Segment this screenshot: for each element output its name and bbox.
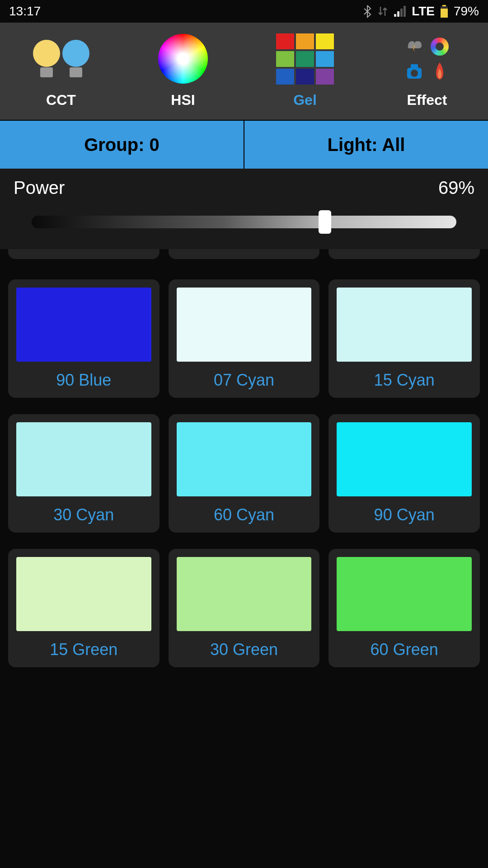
gel-card-partial[interactable]	[169, 249, 320, 259]
tab-effect[interactable]: Effect	[366, 23, 488, 120]
tab-hsi-label: HSI	[171, 92, 195, 108]
gel-card-label: 30 Green	[177, 640, 312, 659]
data-icon	[377, 5, 388, 17]
gel-card-partial[interactable]	[8, 249, 160, 259]
gel-row: 30 Cyan60 Cyan90 Cyan	[8, 414, 480, 533]
tab-effect-label: Effect	[407, 92, 447, 108]
svg-rect-3	[404, 6, 406, 17]
gel-row: 15 Green30 Green60 Green	[8, 549, 480, 667]
power-value: 69%	[438, 178, 474, 198]
status-time: 13:17	[9, 4, 41, 19]
gel-swatch	[177, 422, 312, 496]
gel-swatch	[177, 557, 312, 631]
light-selector-label: Light: All	[328, 135, 405, 155]
svg-point-8	[411, 70, 418, 77]
gel-swatch	[337, 288, 472, 362]
tab-gel[interactable]: Gel	[244, 23, 366, 120]
tab-cct-label: CCT	[46, 92, 76, 108]
svg-rect-9	[411, 64, 418, 69]
gel-card-label: 90 Blue	[16, 371, 151, 390]
signal-icon	[394, 6, 406, 17]
gel-card[interactable]: 30 Cyan	[8, 414, 160, 533]
gel-icon	[276, 34, 334, 84]
gel-card[interactable]: 15 Cyan	[328, 279, 480, 398]
gel-swatch	[16, 288, 151, 362]
status-network: LTE	[412, 4, 435, 19]
status-battery: 79%	[454, 4, 479, 19]
power-section: Power 69%	[0, 169, 488, 249]
gel-swatch	[177, 288, 312, 362]
gel-row-partial	[8, 249, 480, 259]
gel-card-label: 90 Cyan	[337, 505, 472, 524]
tab-hsi[interactable]: HSI	[122, 23, 244, 120]
power-label: Power	[14, 178, 65, 198]
mode-tab-bar: CCT HSI Gel Effect	[0, 23, 488, 120]
selector-row: Group: 0 Light: All	[0, 120, 488, 169]
tab-gel-label: Gel	[293, 92, 317, 108]
gel-card-label: 07 Cyan	[177, 371, 312, 390]
status-bar: 13:17 LTE 79%	[0, 0, 488, 23]
light-selector[interactable]: Light: All	[244, 121, 488, 169]
power-slider[interactable]	[14, 211, 474, 233]
status-right: LTE 79%	[363, 4, 479, 19]
group-selector[interactable]: Group: 0	[0, 121, 244, 169]
gel-scroll-area[interactable]: 90 Blue07 Cyan15 Cyan30 Cyan60 Cyan90 Cy…	[0, 249, 488, 867]
power-slider-thumb[interactable]	[319, 210, 331, 234]
gel-card[interactable]: 60 Green	[328, 549, 480, 667]
gel-swatch	[16, 422, 151, 496]
gel-swatch	[16, 557, 151, 631]
battery-icon	[440, 5, 448, 18]
gel-card[interactable]: 60 Cyan	[169, 414, 320, 533]
gel-card[interactable]: 07 Cyan	[169, 279, 320, 398]
svg-rect-1	[397, 11, 399, 17]
gel-card-partial[interactable]	[328, 249, 480, 259]
gel-card[interactable]: 90 Cyan	[328, 414, 480, 533]
hsi-icon	[158, 34, 208, 84]
cct-icon	[33, 34, 89, 84]
gel-card-label: 60 Green	[337, 640, 472, 659]
gel-card-label: 15 Green	[16, 640, 151, 659]
gel-row: 90 Blue07 Cyan15 Cyan	[8, 279, 480, 398]
gel-card-label: 15 Cyan	[337, 371, 472, 390]
group-selector-label: Group: 0	[84, 135, 160, 155]
gel-swatch	[337, 422, 472, 496]
gel-card-label: 30 Cyan	[16, 505, 151, 524]
bluetooth-icon	[363, 5, 372, 18]
gel-card[interactable]: 30 Green	[169, 549, 320, 667]
gel-swatch	[337, 557, 472, 631]
tab-cct[interactable]: CCT	[0, 23, 122, 120]
effect-icon	[403, 34, 451, 84]
gel-card-label: 60 Cyan	[177, 505, 312, 524]
svg-rect-0	[394, 14, 396, 17]
svg-rect-6	[441, 9, 448, 18]
gel-card[interactable]: 15 Green	[8, 549, 160, 667]
svg-rect-2	[400, 9, 403, 17]
svg-rect-4	[442, 5, 446, 6]
gel-card[interactable]: 90 Blue	[8, 279, 160, 398]
